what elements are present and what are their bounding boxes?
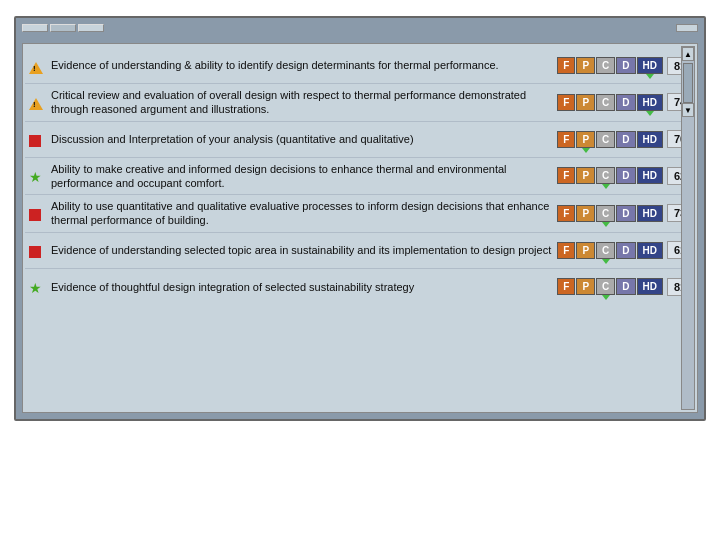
criteria-text: Evidence of understanding selected topic… bbox=[51, 243, 557, 257]
rating-segment-hd[interactable]: HD bbox=[637, 205, 663, 222]
criteria-categories-button[interactable] bbox=[676, 24, 698, 32]
rating-segment-c[interactable]: C bbox=[596, 167, 615, 184]
rating-bar: FPCDHD bbox=[557, 167, 663, 184]
rating-segment-p[interactable]: P bbox=[576, 131, 595, 148]
criteria-text: Discussion and Interpretation of your an… bbox=[51, 132, 557, 146]
criteria-text: Critical review and evaluation of overal… bbox=[51, 88, 557, 117]
content-area: Evidence of understanding & ability to i… bbox=[22, 43, 698, 413]
page-title bbox=[0, 0, 720, 16]
criteria-text: Evidence of understanding & ability to i… bbox=[51, 58, 557, 72]
rating-bar: FPCDHD bbox=[557, 57, 663, 74]
red-square-icon bbox=[29, 209, 41, 221]
warning-triangle-icon bbox=[29, 62, 43, 74]
rating-segment-hd[interactable]: HD bbox=[637, 94, 663, 111]
rating-segment-p[interactable]: P bbox=[576, 94, 595, 111]
rating-segment-hd[interactable]: HD bbox=[637, 278, 663, 295]
scroll-down-button[interactable]: ▼ bbox=[682, 103, 694, 117]
marker-arrow-icon bbox=[646, 74, 654, 79]
criteria-row: Ability to use quantitative and qualitat… bbox=[25, 195, 695, 233]
marker-arrow-icon bbox=[602, 259, 610, 264]
rating-segment-d[interactable]: D bbox=[616, 278, 635, 295]
print-button[interactable] bbox=[22, 24, 48, 32]
icon-col bbox=[29, 205, 51, 221]
criteria-text: Evidence of thoughtful design integratio… bbox=[51, 280, 557, 294]
rating-segment-hd[interactable]: HD bbox=[637, 242, 663, 259]
icon-col bbox=[29, 58, 51, 74]
rating-segment-f[interactable]: F bbox=[557, 94, 575, 111]
publish-marks-button[interactable] bbox=[50, 24, 76, 32]
scroll-thumb[interactable] bbox=[683, 63, 693, 103]
icon-col: ★ bbox=[29, 278, 51, 295]
rating-segment-d[interactable]: D bbox=[616, 167, 635, 184]
warning-triangle-icon bbox=[29, 98, 43, 110]
rating-segment-hd[interactable]: HD bbox=[637, 131, 663, 148]
rating-segment-f[interactable]: F bbox=[557, 278, 575, 295]
icon-col bbox=[29, 131, 51, 147]
rating-segment-p[interactable]: P bbox=[576, 57, 595, 74]
rating-segment-c[interactable]: C bbox=[596, 57, 615, 74]
icon-col bbox=[29, 94, 51, 110]
rating-segment-c[interactable]: C bbox=[596, 131, 615, 148]
scrollbar[interactable]: ▲ ▼ bbox=[681, 46, 695, 410]
criteria-row: ★Evidence of thoughtful design integrati… bbox=[25, 269, 695, 305]
marker-arrow-icon bbox=[602, 184, 610, 189]
main-panel: Evidence of understanding & ability to i… bbox=[14, 16, 706, 421]
rating-bar: FPCDHD bbox=[557, 205, 663, 222]
rating-segment-p[interactable]: P bbox=[576, 278, 595, 295]
rating-bar: FPCDHD bbox=[557, 131, 663, 148]
marker-arrow-icon bbox=[602, 222, 610, 227]
rating-segment-f[interactable]: F bbox=[557, 205, 575, 222]
marker-arrow-icon bbox=[646, 111, 654, 116]
rating-segment-f[interactable]: F bbox=[557, 57, 575, 74]
rating-segment-hd[interactable]: HD bbox=[637, 57, 663, 74]
rating-segment-d[interactable]: D bbox=[616, 242, 635, 259]
criteria-row: Evidence of understanding selected topic… bbox=[25, 233, 695, 269]
red-square-icon bbox=[29, 246, 41, 258]
marker-arrow-icon bbox=[582, 148, 590, 153]
criteria-text: Ability to make creative and informed de… bbox=[51, 162, 557, 191]
rating-segment-hd[interactable]: HD bbox=[637, 167, 663, 184]
rating-segment-p[interactable]: P bbox=[576, 167, 595, 184]
green-star-icon: ★ bbox=[29, 281, 42, 295]
rating-segment-p[interactable]: P bbox=[576, 205, 595, 222]
criteria-row: Evidence of understanding & ability to i… bbox=[25, 48, 695, 84]
back-to-menu-button[interactable] bbox=[78, 24, 104, 32]
criteria-row: Critical review and evaluation of overal… bbox=[25, 84, 695, 122]
rating-segment-f[interactable]: F bbox=[557, 242, 575, 259]
rating-segment-d[interactable]: D bbox=[616, 94, 635, 111]
rating-bar: FPCDHD bbox=[557, 94, 663, 111]
icon-col bbox=[29, 242, 51, 258]
marker-arrow-icon bbox=[602, 295, 610, 300]
rating-segment-c[interactable]: C bbox=[596, 94, 615, 111]
breadcrumb bbox=[22, 36, 698, 40]
rating-segment-c[interactable]: C bbox=[596, 242, 615, 259]
toolbar bbox=[22, 24, 698, 32]
rating-segment-c[interactable]: C bbox=[596, 278, 615, 295]
criteria-text: Ability to use quantitative and qualitat… bbox=[51, 199, 557, 228]
criteria-row: ★Ability to make creative and informed d… bbox=[25, 158, 695, 196]
rating-segment-f[interactable]: F bbox=[557, 167, 575, 184]
rating-segment-p[interactable]: P bbox=[576, 242, 595, 259]
rating-segment-d[interactable]: D bbox=[616, 205, 635, 222]
green-star-icon: ★ bbox=[29, 170, 42, 184]
red-square-icon bbox=[29, 135, 41, 147]
rating-segment-f[interactable]: F bbox=[557, 131, 575, 148]
rating-segment-d[interactable]: D bbox=[616, 57, 635, 74]
icon-col: ★ bbox=[29, 167, 51, 184]
scroll-up-button[interactable]: ▲ bbox=[682, 47, 694, 61]
rating-bar: FPCDHD bbox=[557, 242, 663, 259]
criteria-row: Discussion and Interpretation of your an… bbox=[25, 122, 695, 158]
rating-bar: FPCDHD bbox=[557, 278, 663, 295]
rating-segment-c[interactable]: C bbox=[596, 205, 615, 222]
rating-segment-d[interactable]: D bbox=[616, 131, 635, 148]
